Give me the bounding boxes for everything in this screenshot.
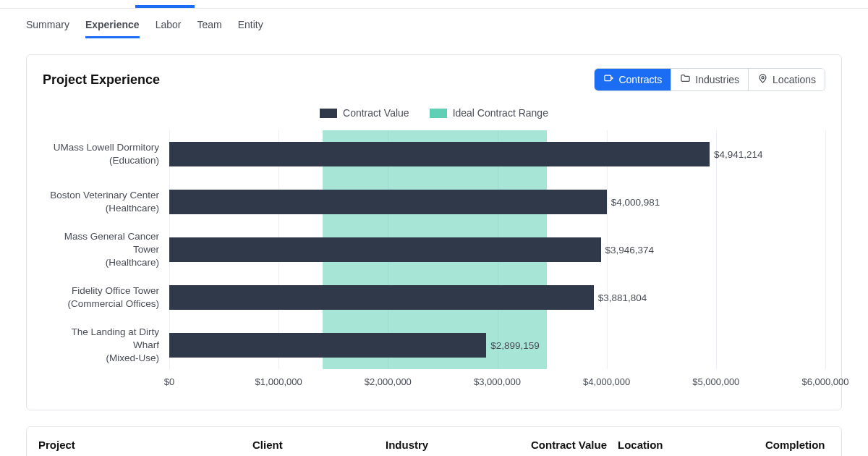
primary-tab-finance[interactable]: Finance [274, 0, 323, 8]
segment-label: Contracts [618, 74, 662, 85]
table-header-project: Project [38, 439, 252, 451]
table-header-row: ProjectClientIndustryContract ValueLocat… [27, 427, 841, 456]
x-axis-tick: $4,000,000 [583, 376, 630, 387]
y-axis-label: Boston Veterinary Center(Healthcare) [43, 178, 169, 226]
bar-row: $3,881,804 [169, 285, 825, 310]
segment-locations[interactable]: Locations [748, 69, 825, 90]
legend-swatch-contract-value [320, 109, 337, 118]
sub-tabs: SummaryExperienceLaborTeamEntity [0, 9, 868, 38]
project-experience-chart: UMass Lowell Dormitory(Education)Boston … [43, 130, 825, 369]
segment-contracts[interactable]: Contracts [595, 69, 671, 90]
svg-point-1 [762, 77, 764, 79]
x-axis-tick: $0 [164, 376, 174, 387]
sub-tab-entity[interactable]: Entity [238, 19, 263, 38]
legend-label-a: Contract Value [343, 107, 409, 119]
primary-tab-risk-overview[interactable]: Risk Overview [26, 0, 115, 8]
x-axis-tick: $5,000,000 [692, 376, 739, 387]
y-axis-label: Mass General Cancer Tower(Healthcare) [43, 226, 169, 274]
tag-icon [603, 73, 614, 86]
chart-legend: Contract Value Ideal Contract Range [43, 101, 825, 130]
segment-label: Locations [773, 74, 816, 85]
y-axis-label: Fidelity Office Tower(Commercial Offices… [43, 274, 169, 321]
project-experience-card: Project Experience ContractsIndustriesLo… [26, 54, 842, 410]
table-header-client: Client [252, 439, 386, 451]
bar-value-label: $4,000,981 [611, 197, 660, 208]
sub-tab-labor[interactable]: Labor [156, 19, 182, 38]
legend-label-b: Ideal Contract Range [453, 107, 548, 119]
bar [169, 333, 486, 358]
x-axis-tick: $1,000,000 [255, 376, 302, 387]
x-axis-tick: $6,000,000 [801, 376, 848, 387]
bar [169, 142, 710, 166]
table-header-industry: Industry [386, 439, 531, 451]
bar-row: $3,946,374 [169, 237, 825, 262]
bar-row: $4,000,981 [169, 190, 825, 214]
sub-tab-summary[interactable]: Summary [26, 19, 69, 38]
bar-value-label: $3,946,374 [605, 245, 655, 256]
projects-table: ProjectClientIndustryContract ValueLocat… [26, 426, 842, 456]
x-axis-tick: $3,000,000 [474, 376, 521, 387]
x-axis: $0$1,000,000$2,000,000$3,000,000$4,000,0… [169, 373, 825, 394]
primary-tab-subcontractors[interactable]: Subcontractors [497, 0, 593, 8]
table-header-completion: Completion [765, 439, 820, 451]
folder-icon [680, 73, 691, 86]
pin-icon [757, 73, 768, 86]
legend-swatch-ideal-range [430, 109, 447, 118]
card-title: Project Experience [43, 72, 160, 88]
sub-tab-experience[interactable]: Experience [85, 19, 140, 38]
bar-value-label: $2,899,159 [490, 340, 540, 351]
bar [169, 190, 607, 214]
bar [169, 237, 601, 262]
y-axis-label: The Landing at Dirty Wharf(Mixed-Use) [43, 321, 169, 369]
table-header-location: Location [618, 439, 765, 451]
table-header-contract-value: Contract Value [531, 439, 618, 451]
primary-tab-company[interactable]: Company [135, 0, 195, 8]
segment-label: Industries [695, 74, 739, 85]
sub-tab-team[interactable]: Team [197, 19, 221, 38]
segment-industries[interactable]: Industries [671, 69, 748, 90]
bar-value-label: $4,941,214 [714, 149, 763, 160]
primary-tab-insurance[interactable]: Insurance [344, 0, 405, 8]
y-axis-label: UMass Lowell Dormitory(Education) [43, 130, 169, 178]
primary-tab-projects[interactable]: Projects [425, 0, 477, 8]
bar-value-label: $3,881,804 [598, 292, 647, 303]
primary-tabs: Risk OverviewCompanySafetyFinanceInsuran… [0, 0, 868, 9]
bar-row: $4,941,214 [169, 142, 825, 166]
bar-row: $2,899,159 [169, 333, 825, 358]
x-axis-tick: $2,000,000 [365, 376, 412, 387]
view-segmented-control: ContractsIndustriesLocations [594, 68, 825, 91]
svg-rect-0 [605, 75, 611, 81]
bar [169, 285, 594, 310]
primary-tab-safety[interactable]: Safety [215, 0, 254, 8]
